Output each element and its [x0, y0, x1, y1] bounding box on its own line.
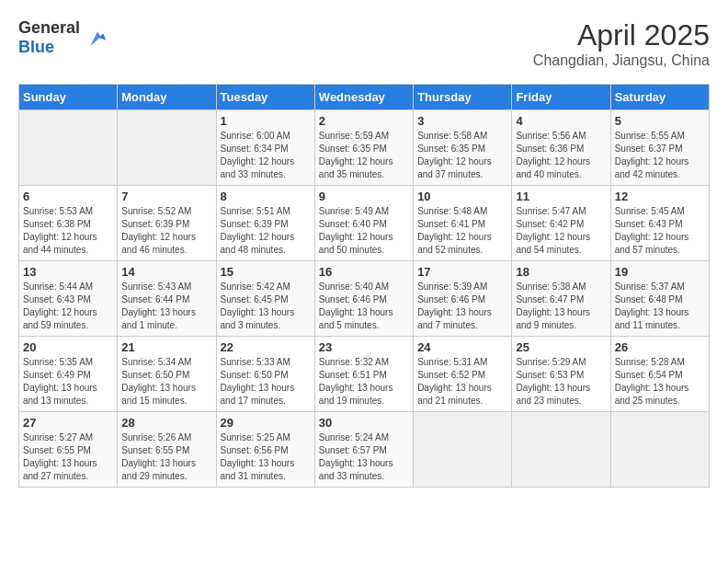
day-number: 3	[417, 114, 507, 128]
day-number: 17	[417, 265, 507, 279]
calendar-cell: 30Sunrise: 5:24 AMSunset: 6:57 PMDayligh…	[314, 412, 413, 488]
day-number: 14	[121, 265, 211, 279]
day-number: 8	[221, 190, 311, 203]
calendar-cell: 19Sunrise: 5:37 AMSunset: 6:48 PMDayligh…	[610, 261, 709, 337]
calendar-week-2: 6Sunrise: 5:53 AMSunset: 6:38 PMDaylight…	[19, 186, 710, 261]
day-number: 30	[319, 416, 409, 430]
day-info: Sunrise: 5:49 AMSunset: 6:40 PMDaylight:…	[319, 205, 409, 257]
svg-marker-1	[90, 31, 100, 46]
calendar-cell: 14Sunrise: 5:43 AMSunset: 6:44 PMDayligh…	[118, 261, 216, 337]
day-info: Sunrise: 5:25 AMSunset: 6:56 PMDaylight:…	[221, 431, 311, 483]
day-info: Sunrise: 5:47 AMSunset: 6:42 PMDaylight:…	[516, 205, 606, 257]
weekday-header-monday: Monday	[118, 85, 216, 110]
calendar-cell	[610, 412, 709, 488]
day-number: 9	[319, 190, 409, 203]
day-number: 6	[23, 190, 113, 203]
calendar-cell: 9Sunrise: 5:49 AMSunset: 6:40 PMDaylight…	[314, 186, 413, 261]
day-info: Sunrise: 5:26 AMSunset: 6:55 PMDaylight:…	[121, 431, 211, 483]
calendar-table: SundayMondayTuesdayWednesdayThursdayFrid…	[18, 84, 710, 488]
calendar-cell: 7Sunrise: 5:52 AMSunset: 6:39 PMDaylight…	[118, 186, 216, 261]
calendar-cell: 5Sunrise: 5:55 AMSunset: 6:37 PMDaylight…	[610, 110, 709, 186]
day-number: 18	[516, 265, 606, 279]
day-number: 27	[23, 416, 113, 430]
day-info: Sunrise: 5:35 AMSunset: 6:49 PMDaylight:…	[23, 356, 113, 408]
day-number: 26	[615, 340, 705, 354]
calendar-cell: 21Sunrise: 5:34 AMSunset: 6:50 PMDayligh…	[118, 337, 216, 412]
day-info: Sunrise: 5:27 AMSunset: 6:55 PMDaylight:…	[23, 431, 113, 483]
weekday-header-friday: Friday	[512, 85, 610, 110]
calendar-cell: 11Sunrise: 5:47 AMSunset: 6:42 PMDayligh…	[512, 186, 610, 261]
logo: General Blue	[18, 18, 108, 57]
day-info: Sunrise: 5:42 AMSunset: 6:45 PMDaylight:…	[221, 281, 311, 332]
calendar-cell: 18Sunrise: 5:38 AMSunset: 6:47 PMDayligh…	[512, 261, 610, 337]
day-number: 19	[615, 265, 705, 279]
day-info: Sunrise: 5:33 AMSunset: 6:50 PMDaylight:…	[221, 356, 311, 408]
weekday-header-tuesday: Tuesday	[216, 85, 314, 110]
day-info: Sunrise: 5:45 AMSunset: 6:43 PMDaylight:…	[615, 205, 705, 257]
calendar-cell: 8Sunrise: 5:51 AMSunset: 6:39 PMDaylight…	[216, 186, 314, 261]
calendar-cell: 4Sunrise: 5:56 AMSunset: 6:36 PMDaylight…	[512, 110, 610, 186]
calendar-cell: 2Sunrise: 5:59 AMSunset: 6:35 PMDaylight…	[314, 110, 413, 186]
calendar-week-1: 1Sunrise: 6:00 AMSunset: 6:34 PMDaylight…	[19, 110, 710, 186]
day-info: Sunrise: 5:51 AMSunset: 6:39 PMDaylight:…	[221, 205, 311, 257]
day-number: 7	[121, 190, 211, 203]
day-number: 12	[615, 190, 705, 203]
title-area: April 2025 Changdian, Jiangsu, China	[533, 18, 710, 69]
calendar-cell: 29Sunrise: 5:25 AMSunset: 6:56 PMDayligh…	[216, 412, 314, 488]
logo-blue: Blue	[18, 38, 54, 56]
calendar-cell: 6Sunrise: 5:53 AMSunset: 6:38 PMDaylight…	[19, 186, 118, 261]
day-info: Sunrise: 5:40 AMSunset: 6:46 PMDaylight:…	[319, 281, 409, 332]
calendar-cell: 16Sunrise: 5:40 AMSunset: 6:46 PMDayligh…	[314, 261, 413, 337]
day-number: 25	[516, 340, 606, 354]
weekday-header-saturday: Saturday	[610, 85, 709, 110]
day-number: 16	[319, 265, 409, 279]
day-number: 2	[319, 114, 409, 128]
day-number: 1	[221, 114, 311, 128]
day-info: Sunrise: 5:48 AMSunset: 6:41 PMDaylight:…	[417, 205, 507, 257]
calendar-cell: 24Sunrise: 5:31 AMSunset: 6:52 PMDayligh…	[414, 337, 512, 412]
day-number: 13	[23, 265, 113, 279]
day-info: Sunrise: 5:38 AMSunset: 6:47 PMDaylight:…	[516, 281, 606, 332]
day-info: Sunrise: 5:43 AMSunset: 6:44 PMDaylight:…	[121, 281, 211, 332]
location-title: Changdian, Jiangsu, China	[533, 52, 710, 69]
calendar-cell: 20Sunrise: 5:35 AMSunset: 6:49 PMDayligh…	[19, 337, 118, 412]
day-info: Sunrise: 5:28 AMSunset: 6:54 PMDaylight:…	[615, 356, 705, 408]
day-info: Sunrise: 5:32 AMSunset: 6:51 PMDaylight:…	[319, 356, 409, 408]
calendar-cell: 10Sunrise: 5:48 AMSunset: 6:41 PMDayligh…	[414, 186, 512, 261]
weekday-header-row: SundayMondayTuesdayWednesdayThursdayFrid…	[19, 85, 710, 110]
calendar-cell: 27Sunrise: 5:27 AMSunset: 6:55 PMDayligh…	[19, 412, 118, 488]
day-info: Sunrise: 5:24 AMSunset: 6:57 PMDaylight:…	[319, 431, 409, 483]
calendar-cell: 25Sunrise: 5:29 AMSunset: 6:53 PMDayligh…	[512, 337, 610, 412]
day-info: Sunrise: 5:39 AMSunset: 6:46 PMDaylight:…	[417, 281, 507, 332]
day-number: 22	[221, 340, 311, 354]
calendar-cell: 23Sunrise: 5:32 AMSunset: 6:51 PMDayligh…	[314, 337, 413, 412]
day-number: 29	[221, 416, 311, 430]
day-number: 28	[121, 416, 211, 430]
calendar-cell: 17Sunrise: 5:39 AMSunset: 6:46 PMDayligh…	[414, 261, 512, 337]
day-info: Sunrise: 5:44 AMSunset: 6:43 PMDaylight:…	[23, 281, 113, 332]
day-number: 15	[221, 265, 311, 279]
page-header: General Blue April 2025 Changdian, Jiang…	[18, 18, 710, 69]
day-info: Sunrise: 6:00 AMSunset: 6:34 PMDaylight:…	[221, 130, 311, 181]
calendar-cell	[512, 412, 610, 488]
calendar-cell: 12Sunrise: 5:45 AMSunset: 6:43 PMDayligh…	[610, 186, 709, 261]
calendar-cell	[118, 110, 216, 186]
logo-general: General	[18, 18, 80, 37]
day-number: 5	[615, 114, 705, 128]
weekday-header-wednesday: Wednesday	[314, 85, 413, 110]
day-info: Sunrise: 5:37 AMSunset: 6:48 PMDaylight:…	[615, 281, 705, 332]
day-number: 4	[516, 114, 606, 128]
weekday-header-thursday: Thursday	[414, 85, 512, 110]
calendar-week-5: 27Sunrise: 5:27 AMSunset: 6:55 PMDayligh…	[19, 412, 710, 488]
day-info: Sunrise: 5:31 AMSunset: 6:52 PMDaylight:…	[417, 356, 507, 408]
calendar-cell	[19, 110, 118, 186]
day-number: 24	[417, 340, 507, 354]
day-number: 10	[417, 190, 507, 203]
calendar-cell: 22Sunrise: 5:33 AMSunset: 6:50 PMDayligh…	[216, 337, 314, 412]
day-number: 20	[23, 340, 113, 354]
calendar-cell	[414, 412, 512, 488]
day-info: Sunrise: 5:53 AMSunset: 6:38 PMDaylight:…	[23, 205, 113, 257]
day-info: Sunrise: 5:58 AMSunset: 6:35 PMDaylight:…	[417, 130, 507, 181]
calendar-cell: 13Sunrise: 5:44 AMSunset: 6:43 PMDayligh…	[19, 261, 118, 337]
logo-icon	[82, 25, 108, 51]
